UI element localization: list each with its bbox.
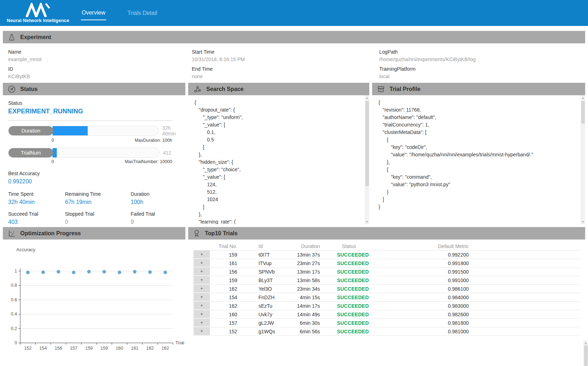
nni-logo[interactable]: Neural Network Intelligence: [8, 3, 68, 23]
trialnum-min: 0: [51, 159, 54, 164]
trialnum-progress-row: TrialNum 412: [8, 148, 185, 158]
trial-duration-cell: 23min 27s: [293, 260, 334, 266]
trialnum-progress-label: TrialNum: [9, 148, 53, 157]
trial-duration-cell: 4min 15s: [293, 295, 334, 300]
expand-row-button[interactable]: +: [194, 310, 210, 318]
trial-status-cell: SUCCEEDED: [334, 303, 405, 309]
stat-failed-trial: Failed Trial 9: [131, 211, 179, 224]
duration-progress-fill: [53, 126, 88, 135]
stat-stopped-trial: Stopped Trial 0: [65, 211, 131, 224]
trial-no-cell: 160: [210, 312, 244, 317]
stat-time-spent: Time Spent 32h 40min: [8, 191, 65, 205]
table-row: +161ITVup23min 27sSUCCEEDED0.991800: [194, 259, 580, 268]
trial-no-cell: 162: [210, 286, 244, 292]
gauge-icon: [8, 85, 16, 93]
page-scroll-thumb[interactable]: [584, 345, 588, 366]
top-navigation: Neural Network Intelligence Overview Tri…: [0, 0, 588, 26]
tab-overview[interactable]: Overview: [81, 6, 106, 20]
page-scrollbar[interactable]: ▲: [583, 340, 588, 366]
duration-progress-value: 32h 40min: [162, 125, 185, 136]
trial-metric-cell: 0.983000: [405, 303, 469, 309]
field-value-id: KCiBytKB: [8, 74, 192, 79]
trial-status-cell: SUCCEEDED: [334, 260, 405, 266]
svg-text:1: 1: [15, 269, 17, 274]
trial-duration-cell: 13min 17s: [293, 269, 334, 275]
svg-text:Trial: Trial: [175, 340, 184, 345]
trial-metric-cell: 0.982600: [405, 312, 469, 317]
trial-id-cell: BLy3T: [244, 278, 293, 283]
trial-metric-cell: 0.984000: [405, 295, 469, 300]
search-space-scrollbar[interactable]: ▲ ▼: [365, 95, 369, 224]
svg-text:162: 162: [146, 346, 154, 351]
expand-row-button[interactable]: +: [194, 285, 210, 293]
scroll-up-icon[interactable]: ▲: [365, 95, 369, 100]
expand-row-button[interactable]: +: [194, 251, 210, 259]
field-label-logpath: LogPath: [379, 49, 585, 55]
expand-row-button[interactable]: +: [194, 302, 210, 310]
trial-id-cell: gL2JW: [244, 320, 293, 326]
table-row: +159t0I7T13min 37sSUCCEEDED0.992200: [194, 251, 580, 259]
trial-id-cell: FnDZH: [244, 295, 293, 300]
trial-profile-scrollbar[interactable]: ▲ ▼: [581, 95, 585, 224]
field-label-training-platform: TrainingPlatform: [379, 66, 585, 72]
trial-profile-body: { "revision": 11768, "authorName": "defa…: [372, 95, 585, 224]
expand-row-button[interactable]: +: [194, 293, 210, 301]
tab-trials-detail[interactable]: Trials Detail: [127, 6, 158, 20]
field-label-name: Name: [8, 49, 192, 55]
optimization-header-bar: Optimization Progress: [3, 227, 185, 239]
trialnum-progress-scale: 0 MaxTrialNumber: 10000: [8, 159, 172, 164]
trial-id-cell: ITVup: [244, 260, 293, 266]
duration-progress-scale: 0 MaxDuration: 100h: [8, 138, 172, 143]
trial-id-cell: g1WQs: [244, 329, 293, 334]
scroll-down-icon[interactable]: ▼: [365, 219, 369, 224]
scatter-chart-icon: [8, 230, 16, 237]
status-body: Status EXPERIMENT_RUNNING Duration 32h 4…: [3, 95, 185, 224]
status-stats-grid: Time Spent 32h 40min Remaining Time 67h …: [8, 191, 179, 224]
trialnum-max: MaxTrialNumber: 10000: [125, 159, 172, 164]
expand-row-button[interactable]: +: [194, 327, 210, 335]
trialnum-progress-value: 412: [163, 150, 171, 156]
scroll-up-icon[interactable]: ▲: [583, 340, 588, 345]
expand-row-button[interactable]: +: [194, 268, 210, 276]
trial-duration-cell: 23min 34s: [293, 286, 334, 292]
trial-duration-cell: 6min 30s: [293, 320, 334, 326]
col-duration: Duration: [293, 243, 334, 249]
trial-id-cell: t0I7T: [244, 252, 293, 258]
trial-metric-cell: 0.991000: [405, 278, 469, 283]
trial-metric-cell: 0.981800: [405, 320, 469, 326]
top-trials-header-bar: Top10 Trials: [188, 227, 585, 239]
status-title: Status: [20, 86, 38, 92]
field-label-end-time: End Time: [192, 66, 379, 72]
accuracy-chart[interactable]: 00.20.40.60.8115215415615715915916016116…: [3, 239, 185, 366]
trial-profile-scroll-thumb[interactable]: [581, 101, 585, 124]
trial-metric-cell: 0.991500: [405, 269, 469, 275]
search-space-scroll-thumb[interactable]: [365, 101, 369, 186]
expand-row-button[interactable]: +: [194, 276, 210, 284]
optimization-progress-section: Optimization Progress 00.20.40.60.811521…: [3, 227, 185, 366]
duration-max: MaxDuration: 100h: [135, 138, 172, 143]
scroll-up-icon[interactable]: ▲: [581, 95, 585, 100]
nni-logo-icon: [25, 3, 51, 17]
trial-profile-section: Trial Profile { "revision": 11768, "auth…: [372, 83, 585, 224]
trial-duration-cell: 13min 37s: [293, 252, 334, 258]
trial-duration-cell: 13min 58s: [293, 278, 334, 283]
table-row: +156SPNVb13min 17sSUCCEEDED0.991500: [194, 268, 580, 276]
flask-icon: [8, 33, 16, 42]
scroll-down-icon[interactable]: ▼: [581, 219, 585, 224]
trial-no-cell: 162: [210, 303, 244, 309]
trial-status-cell: SUCCEEDED: [334, 286, 405, 292]
svg-text:160: 160: [116, 346, 123, 351]
best-accuracy-value: 0.992200: [8, 178, 185, 185]
svg-text:159: 159: [85, 346, 93, 351]
status-value: EXPERIMENT_RUNNING: [8, 108, 185, 115]
expand-row-button[interactable]: +: [194, 259, 210, 267]
table-row: +157gL2JW6min 30sSUCCEEDED0.981800: [194, 319, 580, 327]
expand-row-button[interactable]: +: [194, 319, 210, 327]
table-row: +162sEzTu14min 17sSUCCEEDED0.983000: [194, 302, 580, 310]
search-space-body: { "dropout_rate": { "_type": "uniform", …: [188, 95, 369, 224]
trial-duration-cell: 6min 56s: [293, 329, 334, 334]
table-header-row: Trial No. Id Duration Status Default Met…: [194, 242, 585, 250]
trialnum-progress-bar: TrialNum: [8, 148, 159, 158]
molecule-icon: [193, 85, 202, 93]
search-space-header-bar: Search Space: [188, 83, 369, 95]
